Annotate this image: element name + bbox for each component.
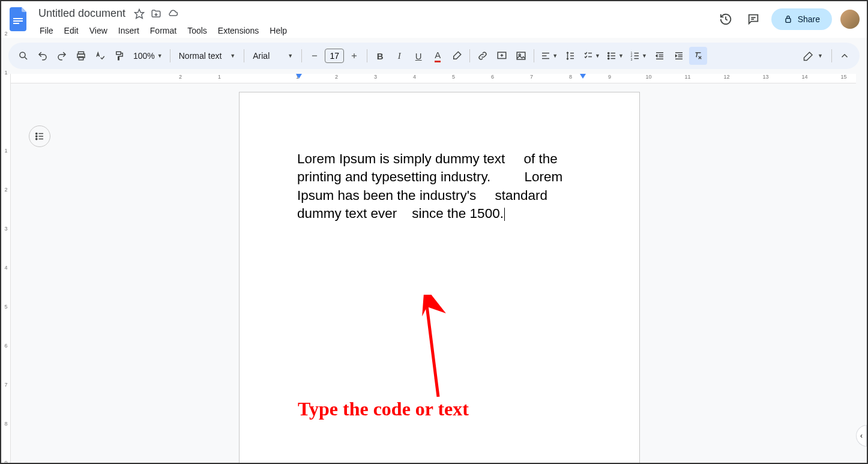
svg-text:3: 3 <box>630 58 632 61</box>
spellcheck-icon[interactable] <box>91 47 109 65</box>
horizontal-ruler: 21123456789101112131415 <box>11 74 856 83</box>
zoom-select[interactable]: 100%▼ <box>130 47 166 65</box>
star-icon[interactable] <box>134 8 145 19</box>
decrease-indent-icon[interactable] <box>651 47 669 65</box>
italic-icon[interactable]: I <box>390 47 408 65</box>
checklist-icon[interactable]: ▼ <box>580 47 603 65</box>
menu-format[interactable]: Format <box>145 23 181 38</box>
increase-font-icon[interactable] <box>345 47 363 65</box>
svg-rect-2 <box>13 23 19 24</box>
search-icon[interactable] <box>14 47 32 65</box>
menu-edit[interactable]: Edit <box>59 23 83 38</box>
svg-rect-6 <box>786 19 791 23</box>
collapse-toolbar-icon[interactable] <box>836 47 854 65</box>
decrease-font-icon[interactable] <box>306 47 324 65</box>
svg-point-52 <box>36 136 37 137</box>
annotation-arrow <box>420 295 456 403</box>
document-outline-icon[interactable] <box>29 125 50 147</box>
font-size-input[interactable]: 17 <box>325 49 344 63</box>
paragraph-style-select[interactable]: Normal text▼ <box>174 47 241 65</box>
menu-help[interactable]: Help <box>265 23 292 38</box>
print-icon[interactable] <box>72 47 90 65</box>
menu-tools[interactable]: Tools <box>182 23 212 38</box>
svg-rect-1 <box>13 20 23 22</box>
share-label: Share <box>798 14 820 24</box>
share-button[interactable]: Share <box>771 8 832 30</box>
text-cursor <box>504 208 505 221</box>
vertical-ruler: 2112345678910111213 <box>1 74 11 464</box>
svg-point-31 <box>608 58 609 59</box>
insert-link-icon[interactable] <box>474 47 492 65</box>
bulleted-list-icon[interactable]: ▼ <box>604 47 626 65</box>
toolbar: 100%▼ Normal text▼ Arial▼ 17 B I U A ▼ ▼… <box>8 43 860 69</box>
svg-line-58 <box>426 301 438 397</box>
svg-point-53 <box>36 138 37 139</box>
google-docs-icon[interactable] <box>8 5 30 34</box>
svg-point-7 <box>20 52 25 58</box>
annotation-text: Type the code or text <box>298 398 469 420</box>
document-content[interactable]: Lorem Ipsum is simply dummy text of the … <box>297 150 582 223</box>
redo-icon[interactable] <box>53 47 71 65</box>
document-title[interactable]: Untitled document <box>35 6 129 21</box>
increase-indent-icon[interactable] <box>670 47 688 65</box>
undo-icon[interactable] <box>34 47 52 65</box>
cloud-status-icon[interactable] <box>167 8 178 19</box>
insert-image-icon[interactable] <box>512 47 530 65</box>
svg-point-51 <box>36 133 37 134</box>
avatar[interactable] <box>840 10 860 29</box>
align-icon[interactable]: ▼ <box>538 47 560 65</box>
svg-point-30 <box>608 55 609 56</box>
menu-view[interactable]: View <box>85 23 112 38</box>
menu-extensions[interactable]: Extensions <box>213 23 264 38</box>
svg-line-8 <box>25 57 27 59</box>
text-color-icon[interactable]: A <box>429 47 447 65</box>
menubar: File Edit View Insert Format Tools Exten… <box>35 21 716 38</box>
svg-rect-0 <box>13 18 23 19</box>
svg-marker-3 <box>135 9 144 18</box>
editing-mode-button[interactable]: ▼ <box>798 47 828 65</box>
underline-icon[interactable]: U <box>409 47 427 65</box>
add-comment-icon[interactable] <box>493 47 511 65</box>
bold-icon[interactable]: B <box>371 47 389 65</box>
comment-icon[interactable] <box>744 10 763 29</box>
line-spacing-icon[interactable] <box>561 47 579 65</box>
svg-rect-19 <box>517 52 525 59</box>
highlight-icon[interactable] <box>448 47 466 65</box>
menu-file[interactable]: File <box>35 23 58 38</box>
menu-insert[interactable]: Insert <box>113 23 144 38</box>
font-select[interactable]: Arial▼ <box>248 47 298 65</box>
show-side-panel-icon[interactable]: ‹ <box>856 425 867 447</box>
svg-point-29 <box>608 52 609 53</box>
svg-rect-12 <box>116 52 121 55</box>
paint-format-icon[interactable] <box>110 47 128 65</box>
clear-formatting-icon[interactable] <box>689 47 707 65</box>
numbered-list-icon[interactable]: 123▼ <box>627 47 649 65</box>
move-icon[interactable] <box>151 8 161 19</box>
history-icon[interactable] <box>716 10 735 29</box>
